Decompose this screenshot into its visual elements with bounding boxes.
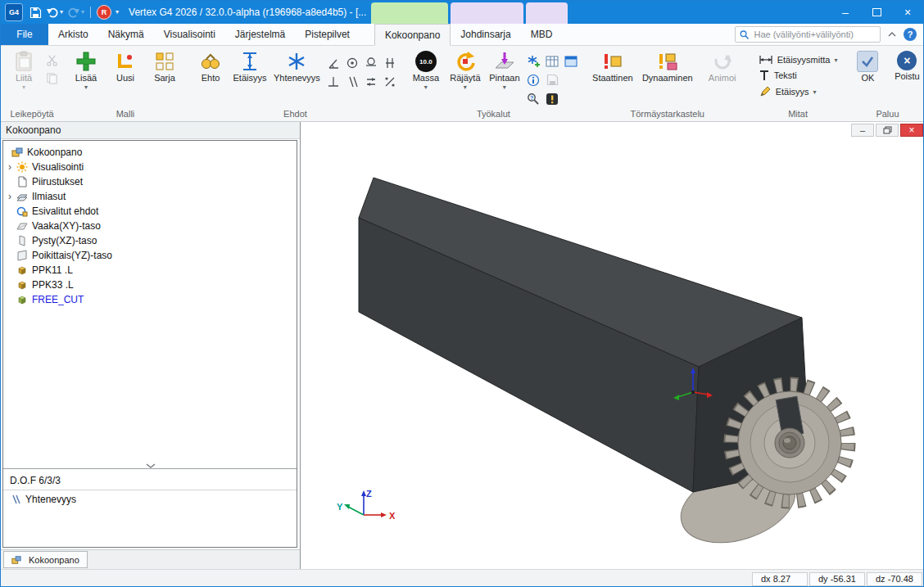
table-button[interactable] [544,52,561,70]
distance-edit-button[interactable]: Etäisyys ▾ [759,85,838,98]
viewport-canvas[interactable]: Z X Y [301,122,924,569]
tab-visualisointi[interactable]: Visualisointi [154,24,225,45]
save-button[interactable] [29,7,42,19]
mass-dropdown-caret[interactable]: ▾ [424,84,428,90]
ribbon-tab-bar: File Arkisto Näkymä Visualisointi Järjes… [1,24,923,46]
viewport[interactable]: – × [301,122,924,569]
symmetry-constraint-button[interactable] [363,73,380,90]
tab-kokoonpano[interactable]: Kokoonpano [374,24,451,46]
tree-item-configurations[interactable]: › Ilmiasut [3,189,297,204]
paste-icon [14,51,34,72]
tree-item-plane-xy[interactable]: Vaaka(XY)-taso [3,219,297,233]
panel-button[interactable] [563,52,580,70]
distance-edit-caret[interactable]: ▾ [813,89,817,95]
document-close-button[interactable]: × [900,124,923,137]
info-button[interactable] [525,71,542,88]
record-button[interactable]: R [97,5,111,20]
tab-nakyma[interactable]: Näkymä [98,24,154,45]
to-surface-button[interactable]: Pintaan ▾ [486,48,523,90]
explode-button[interactable]: Räjäytä ▾ [446,48,484,90]
exit-button[interactable]: × Poistu [888,48,924,81]
tab-arkisto[interactable]: Arkisto [48,24,98,45]
collapse-ribbon-button[interactable] [884,26,900,43]
constraint-list-item[interactable]: Yhtenevyys [10,494,76,505]
tangent-constraint-button[interactable] [363,54,380,71]
part-icon [16,264,28,276]
search-input[interactable] [752,29,876,40]
tree-item-drawings[interactable]: Piirustukset [3,174,297,189]
mass-button[interactable]: 10.0 Massa ▾ [407,48,445,90]
add-dropdown-caret[interactable]: ▾ [84,84,88,90]
explode-icon [455,51,476,72]
angle-constraint-button[interactable] [325,54,342,71]
distance-measure-button[interactable]: Etäisyysmitta ▾ [759,54,838,65]
close-button[interactable]: × [892,1,923,24]
static-collision-icon [602,51,623,72]
window-controls: – × [830,1,923,24]
fix-constraint-button[interactable] [382,73,399,90]
perpendicular-constraint-button[interactable] [325,73,342,90]
app-icon[interactable]: G4 [5,3,23,21]
dynamic-collision-button[interactable]: Dynaaminen [639,48,696,83]
splitter-chevron-icon[interactable] [143,462,159,469]
collision-warning-button[interactable] [544,90,561,107]
add-component-button[interactable]: Lisää ▾ [67,48,105,90]
series-button[interactable]: Sarja [146,48,183,83]
tab-mbd[interactable]: MBD [521,24,563,45]
constraint-quick-grid [325,54,399,90]
concentric-constraint-button[interactable] [344,54,361,71]
maximize-button[interactable] [861,1,892,24]
zoom-check-button[interactable]: ? [525,90,542,107]
toolbar-customize-caret[interactable]: ▾ [116,9,119,16]
tree-item-ppk11[interactable]: PPK11 .L [3,263,297,278]
panel-tab-kokoonpano[interactable]: Kokoonpano [3,551,88,568]
parallel-constraint-button[interactable] [344,73,361,90]
tree-item-preselected-constraints[interactable]: Esivalitut ehdot [3,204,297,219]
copy-button[interactable] [44,70,59,85]
to-surface-dropdown-caret[interactable]: ▾ [503,84,506,90]
explode-dropdown-caret[interactable]: ▾ [464,84,467,90]
redo-dropdown-caret[interactable]: ▾ [81,9,84,16]
paste-dropdown-caret[interactable]: ▾ [22,84,25,90]
tree-splitter[interactable] [3,468,297,469]
tree-item-free-cut[interactable]: FREE_CUT [3,292,297,307]
new-part-button[interactable]: Uusi [106,48,144,83]
add-constraint-button[interactable] [525,52,542,70]
document-minimize-button[interactable]: – [851,124,874,137]
coincidence-constraint-button[interactable]: Yhtenevyys [270,48,324,83]
paste-button[interactable]: Liitä ▾ [5,48,43,90]
help-button[interactable]: ? [904,28,917,41]
tree-item-root[interactable]: Kokoonpano [3,145,297,160]
tools-quick-grid: ? [525,52,580,107]
static-collision-button[interactable]: Staattinen [588,48,637,83]
undo-button[interactable]: ▾ [46,7,63,18]
status-dz: dz -70.48 [867,572,922,586]
save-model-button[interactable] [544,71,561,88]
assembly-icon [11,555,21,565]
redo-button[interactable]: ▾ [67,7,84,18]
ok-button[interactable]: OK [849,48,886,83]
tree-item-plane-yz[interactable]: Poikittais(YZ)-taso [3,248,297,263]
tab-pistepilvet[interactable]: Pistepilvet [295,24,360,45]
distance-measure-caret[interactable]: ▾ [834,57,837,63]
tab-file[interactable]: File [1,24,48,45]
distance-constraint-button[interactable]: Etäisyys [231,48,269,83]
lock-constraint-button[interactable] [382,54,399,71]
animate-button[interactable]: Animoi [698,48,747,83]
undo-dropdown-caret[interactable]: ▾ [60,9,63,16]
tree-item-plane-xz[interactable]: Pysty(XZ)-taso [3,233,297,248]
document-restore-button[interactable] [876,124,899,137]
ribbon: Liitä ▾ Leikepöytä Lis [1,46,923,122]
tree-item-visualization[interactable]: › Visualisointi [3,160,297,174]
constraint-button[interactable]: Ehto [192,48,229,83]
add-icon [75,51,97,72]
tab-johdinsarja[interactable]: Johdinsarja [451,24,520,45]
fix-constraint-icon [383,75,396,88]
cut-button[interactable] [44,52,59,67]
text-annotation-button[interactable]: Teksti [759,70,838,81]
tree-item-ppk33[interactable]: PPK33 .L [3,278,297,292]
tab-jarjestelma[interactable]: Järjestelmä [225,24,295,45]
minimize-button[interactable]: – [830,1,861,24]
expand-chevron[interactable]: › [3,192,16,201]
expand-chevron[interactable]: › [3,162,16,172]
